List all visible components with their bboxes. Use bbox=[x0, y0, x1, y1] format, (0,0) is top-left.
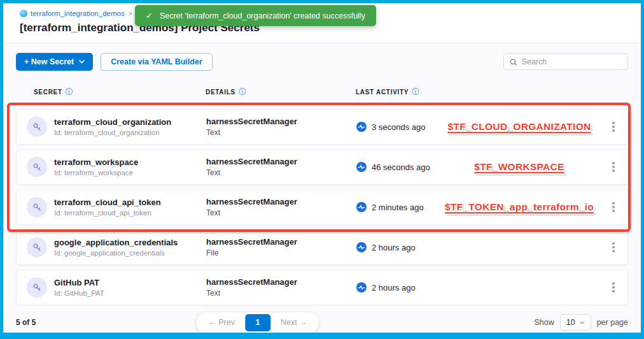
secret-manager: harnessSecretManager bbox=[206, 157, 356, 166]
toolbar: + New Secret Create via YAML Builder bbox=[16, 53, 628, 71]
pagination: ← Prev 1 Next → bbox=[196, 312, 319, 333]
column-header-details: DETAILS ⓘ bbox=[206, 87, 356, 97]
secret-manager: harnessSecretManager bbox=[206, 237, 356, 247]
prev-page-button[interactable]: ← Prev bbox=[198, 318, 245, 327]
details-cell: harnessSecretManager Text bbox=[206, 157, 356, 177]
column-header-secret: SECRET ⓘ bbox=[16, 87, 206, 97]
secret-type: File bbox=[206, 249, 356, 257]
info-icon[interactable]: ⓘ bbox=[412, 87, 419, 97]
secret-name: google_application_credentials bbox=[54, 238, 178, 247]
info-icon[interactable]: ⓘ bbox=[66, 87, 73, 97]
last-activity-text: 2 hours ago bbox=[372, 243, 416, 252]
secret-type: Text bbox=[206, 208, 356, 217]
toast-message: Secret 'terraform_cloud_organization' cr… bbox=[160, 11, 365, 20]
secret-type: Text bbox=[206, 168, 356, 177]
table-row[interactable]: GitHub PAT Id: GitHub_PAT harnessSecretM… bbox=[16, 270, 628, 305]
check-icon: ✓ bbox=[146, 11, 153, 20]
key-icon bbox=[27, 117, 47, 137]
search-box[interactable] bbox=[503, 54, 628, 70]
footer: 5 of 5 ← Prev 1 Next → Show 10 per page bbox=[16, 310, 628, 335]
secret-cell: terraform_workspace Id: terraform_worksp… bbox=[17, 157, 206, 177]
last-activity-cell: 2 hours ago bbox=[356, 242, 439, 252]
row-menu-button[interactable] bbox=[610, 199, 617, 215]
secret-manager: harnessSecretManager bbox=[206, 117, 356, 126]
page-number-button[interactable]: 1 bbox=[245, 314, 270, 331]
secret-cell: GitHub PAT Id: GitHub_PAT bbox=[17, 277, 206, 298]
info-icon[interactable]: ⓘ bbox=[239, 87, 246, 97]
row-menu-button[interactable] bbox=[610, 119, 617, 134]
content-area: + New Secret Create via YAML Builder SEC… bbox=[3, 43, 641, 333]
secret-name: terraform_cloud_api_token bbox=[54, 198, 161, 207]
record-count: 5 of 5 bbox=[16, 318, 36, 327]
breadcrumb-separator: > bbox=[129, 10, 132, 17]
details-cell: harnessSecretManager Text bbox=[206, 117, 356, 137]
last-activity-text: 3 seconds ago bbox=[372, 122, 426, 132]
success-toast: ✓ Secret 'terraform_cloud_organization' … bbox=[135, 5, 376, 26]
row-menu-button[interactable] bbox=[610, 280, 617, 295]
secret-type: Text bbox=[206, 289, 356, 298]
last-activity-text: 2 minutes ago bbox=[372, 203, 424, 212]
search-input[interactable] bbox=[522, 57, 622, 66]
row-menu-button[interactable] bbox=[610, 240, 617, 255]
key-icon bbox=[27, 237, 47, 257]
show-label: Show bbox=[534, 318, 554, 327]
last-activity-text: 46 seconds ago bbox=[372, 162, 430, 172]
last-activity-text: 2 hours ago bbox=[372, 283, 416, 292]
details-cell: harnessSecretManager File bbox=[206, 237, 356, 257]
secret-id: Id: google_application_credentials bbox=[54, 249, 178, 257]
table-row[interactable]: google_application_credentials Id: googl… bbox=[16, 229, 628, 265]
column-label: SECRET bbox=[34, 89, 62, 96]
activity-icon bbox=[356, 242, 367, 252]
table-row[interactable]: terraform_cloud_api_token Id: terraform_… bbox=[16, 189, 628, 225]
key-icon bbox=[27, 277, 47, 298]
page-size-select[interactable]: 10 bbox=[560, 314, 591, 331]
chevron-down-icon bbox=[79, 60, 85, 64]
secret-manager: harnessSecretManager bbox=[206, 197, 356, 206]
column-label: LAST ACTIVITY bbox=[356, 89, 409, 96]
last-activity-cell: 46 seconds ago bbox=[356, 162, 439, 172]
secret-manager: harnessSecretManager bbox=[206, 277, 356, 287]
secret-cell: terraform_cloud_api_token Id: terraform_… bbox=[17, 197, 206, 217]
next-page-button[interactable]: Next → bbox=[270, 318, 318, 327]
secret-name: terraform_cloud_organization bbox=[54, 117, 171, 127]
breadcrumb-project-link[interactable]: terraform_integration_demos bbox=[31, 10, 125, 17]
last-activity-cell: 2 hours ago bbox=[356, 282, 439, 292]
per-page-label: per page bbox=[597, 318, 628, 327]
env-var-annotation: $TF_TOKEN_app_terraform_io bbox=[445, 201, 594, 213]
secret-name: terraform_workspace bbox=[54, 157, 138, 167]
new-secret-button[interactable]: + New Secret bbox=[16, 53, 93, 71]
details-cell: harnessSecretManager Text bbox=[206, 197, 356, 217]
table-row[interactable]: terraform_workspace Id: terraform_worksp… bbox=[16, 149, 628, 185]
page-size-control: Show 10 per page bbox=[534, 314, 628, 331]
last-activity-cell: 3 seconds ago bbox=[356, 122, 439, 132]
table-header: SECRET ⓘ DETAILS ⓘ LAST ACTIVITY ⓘ bbox=[16, 81, 628, 103]
yaml-builder-button[interactable]: Create via YAML Builder bbox=[101, 53, 213, 71]
env-var-annotation: $TF_CLOUD_ORGANIZATION bbox=[447, 121, 591, 133]
secret-id: Id: terraform_cloud_organization bbox=[54, 129, 171, 136]
env-var-annotation: $TF_WORKSPACE bbox=[474, 161, 564, 173]
search-icon bbox=[510, 58, 517, 66]
key-icon bbox=[27, 197, 47, 217]
secrets-list: terraform_cloud_organization Id: terrafo… bbox=[16, 109, 628, 305]
new-secret-label: + New Secret bbox=[24, 57, 74, 66]
last-activity-cell: 2 minutes ago bbox=[356, 202, 439, 212]
column-label: DETAILS bbox=[206, 89, 235, 96]
column-header-last-activity: LAST ACTIVITY ⓘ bbox=[356, 87, 438, 97]
project-icon bbox=[20, 10, 27, 17]
table-row[interactable]: terraform_cloud_organization Id: terrafo… bbox=[16, 109, 628, 145]
details-cell: harnessSecretManager Text bbox=[206, 277, 356, 298]
secret-id: Id: terraform_cloud_api_token bbox=[54, 209, 161, 217]
secret-id: Id: GitHub_PAT bbox=[54, 289, 104, 297]
secret-cell: terraform_cloud_organization Id: terrafo… bbox=[17, 117, 206, 137]
secret-name: GitHub PAT bbox=[54, 278, 104, 287]
secret-id: Id: terraform_workspace bbox=[54, 169, 138, 177]
key-icon bbox=[27, 157, 47, 177]
secret-type: Text bbox=[206, 128, 356, 137]
activity-icon bbox=[356, 122, 367, 132]
chevron-down-icon bbox=[580, 321, 585, 324]
activity-icon bbox=[356, 162, 367, 172]
activity-icon bbox=[356, 202, 367, 212]
row-menu-button[interactable] bbox=[610, 159, 617, 175]
page-size-value: 10 bbox=[566, 318, 575, 327]
secret-cell: google_application_credentials Id: googl… bbox=[17, 237, 206, 257]
